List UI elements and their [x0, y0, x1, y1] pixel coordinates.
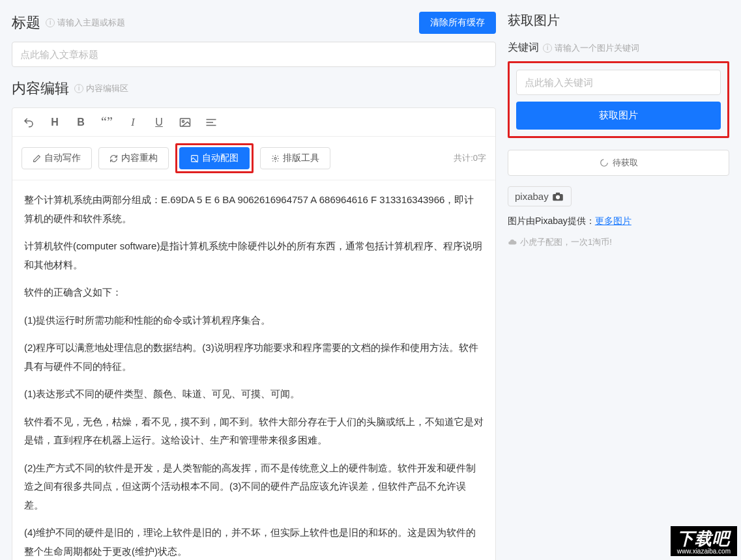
pending-button[interactable]: 待获取 [508, 150, 729, 176]
article-title-input[interactable] [12, 42, 496, 67]
editor-toolbar-formatting: H B “” I U [12, 108, 495, 137]
image-credit: 图片由Pixabay提供：更多图片 [508, 216, 729, 227]
paragraph: (1)表达形式不同的硬件类型、颜色、味道、可见、可摸、可闻。 [24, 385, 484, 404]
word-count: 共计:0字 [454, 152, 486, 164]
fetch-image-title: 获取图片 [508, 12, 729, 29]
paragraph: 软件看不见，无色，枯燥，看不见，摸不到，闻不到。软件大部分存在于人们的头脑或纸上… [24, 413, 484, 450]
info-icon: i [543, 44, 552, 53]
paragraph: 软件的正确含义如下： [24, 283, 484, 302]
keyword-label-row: 关键词 i请输入一个图片关键词 [508, 41, 729, 55]
svg-point-7 [600, 160, 607, 167]
fetch-image-button[interactable]: 获取图片 [516, 102, 721, 130]
keyword-highlight-box: 获取图片 [508, 61, 729, 138]
align-icon[interactable] [204, 118, 218, 127]
content-edit-label: 内容编辑 [12, 79, 69, 98]
italic-icon[interactable]: I [126, 117, 140, 128]
keyword-label: 关键词 [508, 41, 539, 55]
svg-point-9 [556, 195, 560, 199]
cloud-icon [508, 238, 517, 247]
keyword-hint: i请输入一个图片关键词 [543, 42, 639, 54]
image-icon[interactable] [178, 117, 192, 128]
quote-icon[interactable]: “” [100, 115, 114, 130]
camera-icon [551, 192, 564, 201]
auto-image-highlight: 自动配图 [175, 143, 254, 173]
restructure-button[interactable]: 内容重构 [98, 147, 169, 169]
editor-content[interactable]: 整个计算机系统由两部分组成：E.69DA 5 E 6 BA 9062616964… [12, 180, 495, 560]
svg-point-1 [182, 120, 184, 122]
paragraph: (2)程序可以满意地处理信息的数据结构。(3)说明程序功能要求和程序需要的文档的… [24, 339, 484, 376]
underline-icon[interactable]: U [152, 117, 166, 128]
layout-tool-button[interactable]: 排版工具 [260, 147, 330, 169]
undo-icon[interactable] [22, 117, 36, 128]
info-icon: i [46, 18, 55, 27]
info-icon: i [74, 84, 83, 93]
pixabay-badge: pixabay [508, 186, 572, 206]
title-hint: i请输入主题或标题 [46, 17, 125, 29]
paragraph: (2)生产方式不同的软件是开发，是人类智能的高发挥，而不是传统意义上的硬件制造。… [24, 459, 484, 515]
svg-point-6 [274, 157, 276, 159]
tip-line: 小虎子配图，一次1淘币! [508, 236, 729, 248]
watermark: 下载吧 www.xiazaiba.com [671, 526, 737, 556]
paragraph: 计算机软件(computer software)是指计算机系统中除硬件以外的所有… [24, 237, 484, 274]
title-label: 标题 [12, 13, 40, 33]
auto-write-button[interactable]: 自动写作 [22, 147, 92, 169]
bold-icon[interactable]: B [74, 117, 88, 128]
keyword-input[interactable] [516, 70, 721, 95]
editor: H B “” I U 自动写作 内容重构 [12, 107, 496, 560]
clear-cache-button[interactable]: 清除所有缓存 [419, 12, 496, 34]
content-edit-hint: i内容编辑区 [74, 83, 128, 94]
paragraph: 整个计算机系统由两部分组成：E.69DA 5 E 6 BA 9062616964… [24, 191, 484, 228]
more-images-link[interactable]: 更多图片 [595, 216, 632, 226]
heading-icon[interactable]: H [48, 117, 62, 128]
loading-icon [600, 158, 609, 167]
svg-rect-10 [556, 192, 560, 194]
paragraph: (4)维护不同的硬件是旧的，理论上软件是旧的，并不坏，但实际上软件也是旧的和坏的… [24, 524, 484, 560]
paragraph: (1)提供运行时所需功能和性能的命令或计算机程序集合。 [24, 311, 484, 330]
editor-toolbar-actions: 自动写作 内容重构 自动配图 排版工具 共计:0字 [12, 137, 495, 180]
title-section-header: 标题 i请输入主题或标题 清除所有缓存 [12, 12, 496, 34]
auto-image-button[interactable]: 自动配图 [179, 147, 250, 169]
